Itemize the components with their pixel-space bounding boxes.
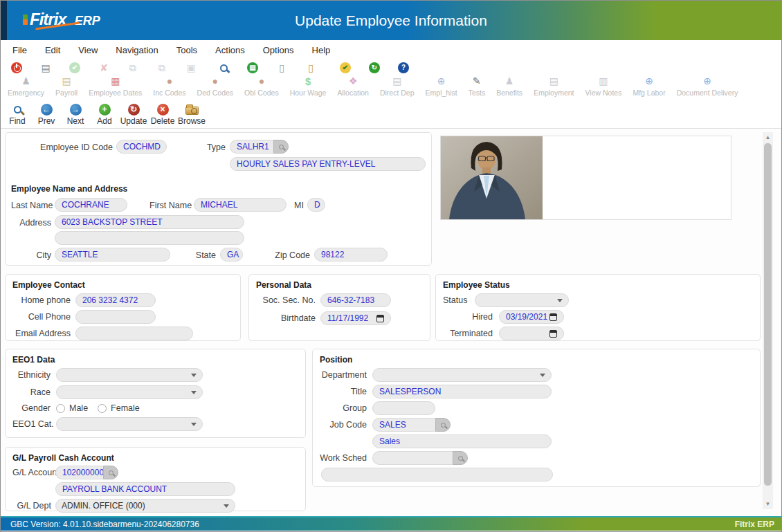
module-employee-dates[interactable]: ▦ Employee Dates (83, 75, 147, 97)
update-button[interactable]: ↻ Update (119, 103, 148, 128)
module-emergency[interactable]: ♟ Emergency (2, 75, 50, 97)
address2-input[interactable] (55, 231, 244, 245)
module-direct-dep[interactable]: ▤ Direct Dep (374, 75, 420, 97)
status-select[interactable] (475, 293, 569, 307)
lookup-magnifier-icon (441, 423, 446, 428)
work-sched-lookup-button[interactable] (453, 451, 468, 465)
birthdate-input[interactable]: 11/17/1992 (320, 311, 391, 325)
module-payroll[interactable]: ▤ Payroll (50, 75, 83, 97)
magnifier-icon (220, 64, 228, 72)
first-name-input[interactable]: MICHAEL (194, 198, 287, 212)
tasks-button[interactable]: ✔ (331, 59, 360, 76)
home-phone-input[interactable]: 206 3232 4372 (75, 293, 156, 307)
gl-account-input[interactable]: 102000000 (55, 466, 103, 479)
cancel-button[interactable]: ✘ (89, 59, 118, 76)
delete-button[interactable]: × Delete (148, 103, 177, 128)
scroll-up-arrow[interactable]: ▲ (763, 132, 773, 143)
module-mfg-labor[interactable]: ⊕ Mfg Labor (627, 75, 671, 97)
menu-actions[interactable]: Actions (206, 45, 254, 55)
prev-button[interactable]: ← Prev (32, 103, 61, 128)
menu-edit[interactable]: Edit (36, 45, 69, 55)
menu-view[interactable]: View (69, 45, 107, 55)
browse-button[interactable]: Browse (177, 103, 206, 128)
last-name-input[interactable]: COCHRANE (55, 198, 127, 212)
print-button[interactable]: ▤ (31, 59, 60, 76)
employee-photo-frame (440, 136, 731, 220)
scrollbar-thumb[interactable] (764, 143, 772, 486)
zoom-button[interactable] (209, 59, 238, 76)
menu-options[interactable]: Options (254, 45, 303, 55)
selection-box-icon: ▣ (186, 62, 195, 73)
save-button[interactable]: ▤ (238, 59, 267, 76)
vertical-scrollbar[interactable]: ▲ ▼ (763, 132, 773, 509)
module-document-delivery[interactable]: ⊕ Document Delivery (671, 75, 744, 97)
address1-input[interactable]: 6023 BACKSTOP STREET (55, 215, 244, 229)
panel-employee-contact: Employee Contact Home phone 206 3232 437… (5, 274, 241, 341)
female-label: Female (111, 403, 140, 413)
calendar-icon[interactable] (376, 315, 384, 322)
work-sched-input[interactable] (372, 451, 453, 465)
next-button[interactable]: → Next (61, 103, 90, 128)
module-employment[interactable]: ▤ Employment (528, 75, 579, 97)
module-inc-codes[interactable]: ● Inc Codes (147, 75, 191, 97)
type-lookup-button[interactable] (273, 140, 289, 154)
help-button[interactable]: ? (389, 59, 418, 76)
find-button[interactable]: Find (3, 103, 32, 128)
group-input[interactable] (372, 401, 435, 415)
race-select[interactable] (56, 385, 203, 399)
zip-input[interactable]: 98122 (314, 248, 388, 262)
module-tests[interactable]: ✎ Tests (463, 75, 491, 97)
mi-input[interactable]: D (307, 198, 325, 212)
module-benefits[interactable]: ♟ Benefits (491, 75, 528, 97)
gl-dept-select[interactable]: ADMIN. OFFICE (000) (55, 499, 235, 513)
employee-id-input[interactable]: COCHMD (116, 140, 167, 154)
calendar-icon[interactable] (549, 313, 557, 321)
state-input[interactable]: GA (220, 248, 243, 262)
menu-tools[interactable]: Tools (167, 45, 206, 55)
menu-file[interactable]: File (3, 45, 36, 55)
email-input[interactable] (75, 327, 193, 340)
ethnicity-select[interactable] (56, 368, 203, 382)
notes-button[interactable]: ▯ (267, 59, 296, 76)
document-alert-icon: ▯ (308, 62, 313, 73)
module-view-notes[interactable]: ▥ View Notes (579, 75, 627, 97)
job-code-lookup-button[interactable] (435, 418, 451, 432)
paste-button[interactable]: ⧉ (147, 59, 176, 76)
select-region-button[interactable]: ▣ (176, 59, 206, 76)
gender-male-radio[interactable] (56, 404, 65, 413)
scroll-down-arrow[interactable]: ▼ (763, 499, 773, 509)
module-ded-codes[interactable]: ● Ded Codes (192, 75, 239, 97)
gl-account-description: PAYROLL BANK ACCOUNT (55, 482, 235, 496)
terminated-date-input[interactable] (499, 327, 564, 340)
module-allocation[interactable]: ❖ Allocation (331, 75, 374, 97)
ok-button[interactable]: ✔ (60, 59, 89, 76)
audit-button[interactable]: ▯ (296, 59, 325, 76)
department-select[interactable] (372, 368, 552, 382)
city-input[interactable]: SEATTLE (55, 248, 170, 262)
add-button[interactable]: + Add (90, 103, 119, 128)
menu-navigation[interactable]: Navigation (107, 45, 167, 55)
calendar-icon[interactable] (549, 330, 557, 338)
job-code-input[interactable]: SALES (372, 418, 435, 432)
module-hour-wage[interactable]: $ Hour Wage (284, 75, 332, 97)
notes-icon: ▥ (599, 75, 608, 87)
type-label: Type (205, 143, 226, 152)
module-empl-hist[interactable]: ⊕ Empl_hist (420, 75, 463, 97)
gender-female-radio[interactable] (98, 404, 107, 413)
ssn-input[interactable]: 646-32-7183 (320, 293, 391, 307)
gl-account-lookup-button[interactable] (103, 466, 118, 479)
sync-button[interactable]: ↻ (360, 59, 389, 76)
copy-button[interactable]: ⧉ (118, 59, 147, 76)
menu-help[interactable]: Help (303, 45, 340, 55)
hired-date-input[interactable]: 03/19/2021 (499, 310, 564, 324)
cell-phone-input[interactable] (75, 310, 156, 324)
title-input[interactable]: SALESPERSON (372, 385, 552, 398)
eeo1-cat-select[interactable] (56, 417, 203, 431)
menu-bar: File Edit View Navigation Tools Actions … (1, 40, 781, 59)
employee-photo (441, 136, 543, 219)
city-label: City (11, 250, 51, 260)
type-input[interactable]: SALHR1 (230, 140, 273, 154)
plus-circle-icon: ⊕ (437, 75, 446, 87)
exit-button[interactable] (2, 59, 31, 76)
module-obl-codes[interactable]: ● Obl Codes (239, 75, 284, 97)
